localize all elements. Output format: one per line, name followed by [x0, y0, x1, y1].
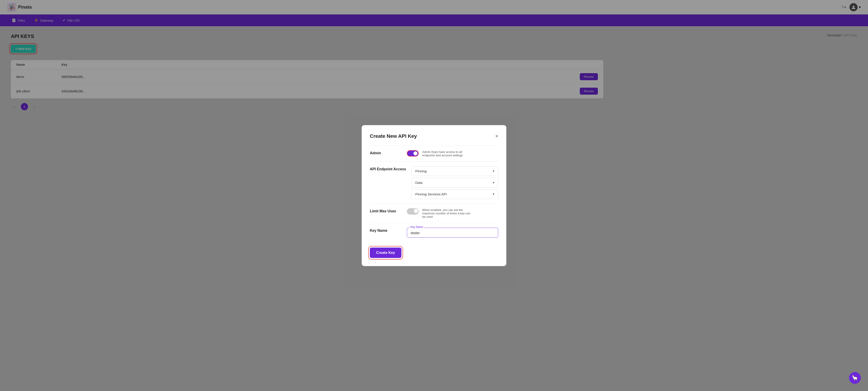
limit-max-uses-section: Limit Max Uses When enabled, you can set…: [370, 203, 498, 223]
endpoint-dropdowns: Pinning ▾ Data ▾ Pinning Services API ▾: [411, 166, 498, 199]
admin-section: Admin Admin Keys have access to all endp…: [370, 145, 498, 162]
key-name-input[interactable]: [407, 228, 498, 238]
modal-close-button[interactable]: ×: [495, 134, 498, 139]
admin-toggle[interactable]: [407, 150, 418, 157]
float-help-button[interactable]: 🦙: [849, 372, 861, 384]
api-endpoint-label: API Endpoint Access: [370, 166, 406, 171]
limit-max-toggle[interactable]: [407, 208, 418, 215]
admin-description: Admin Keys have access to all endpoints …: [422, 150, 472, 157]
pinning-services-dropdown[interactable]: Pinning Services API ▾: [411, 189, 498, 199]
limit-max-uses-label: Limit Max Uses: [370, 208, 401, 213]
pinning-dropdown[interactable]: Pinning ▾: [411, 166, 498, 176]
key-name-label: Key Name: [370, 228, 401, 233]
float-help-icon: 🦙: [851, 375, 858, 381]
create-key-button[interactable]: Create Key: [370, 248, 401, 258]
pinning-services-chevron: ▾: [493, 192, 494, 196]
api-endpoint-section: API Endpoint Access Pinning ▾ Data ▾ Pin…: [370, 162, 498, 203]
limit-max-description: When enabled, you can set the maximum nu…: [422, 208, 472, 219]
key-name-field: Key Name: [407, 228, 498, 238]
modal-footer: Create Key: [370, 246, 498, 258]
create-api-key-modal: Create New API Key × Admin Admin Keys ha…: [362, 125, 506, 266]
modal-overlay: Create New API Key × Admin Admin Keys ha…: [0, 0, 868, 391]
data-label: Data: [415, 181, 423, 185]
admin-right: Admin Keys have access to all endpoints …: [407, 150, 498, 157]
pinning-label: Pinning: [415, 169, 427, 173]
modal-header: Create New API Key ×: [370, 133, 498, 139]
modal-title: Create New API Key: [370, 133, 417, 139]
key-name-section: Key Name Key Name: [370, 223, 498, 242]
data-chevron: ▾: [493, 181, 494, 184]
pinning-services-label: Pinning Services API: [415, 192, 447, 196]
pinning-chevron: ▾: [493, 169, 494, 173]
admin-label: Admin: [370, 150, 401, 155]
key-name-floating-label: Key Name: [410, 225, 424, 229]
admin-toggle-container: [407, 150, 418, 157]
data-dropdown[interactable]: Data ▾: [411, 178, 498, 188]
limit-max-right: When enabled, you can set the maximum nu…: [407, 208, 498, 219]
